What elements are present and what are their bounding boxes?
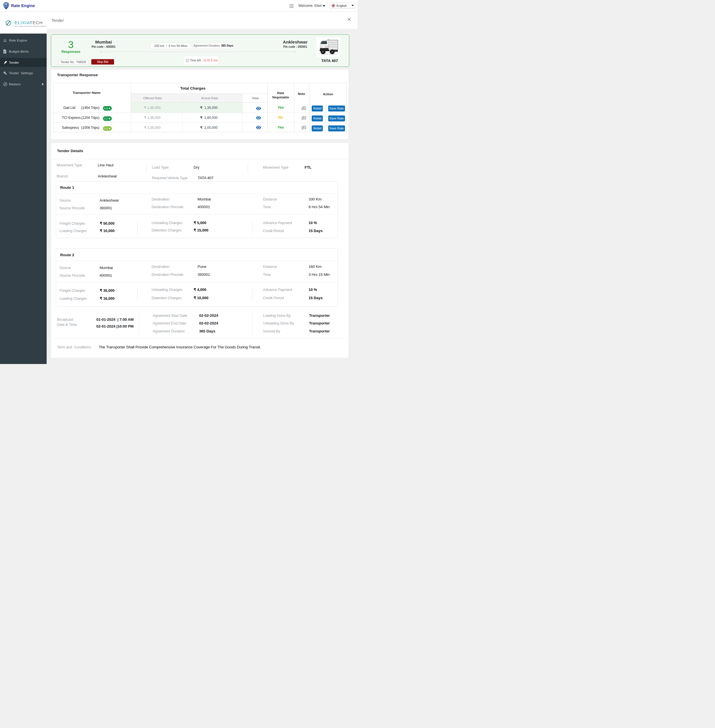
svg-text:₹: ₹	[5, 3, 7, 6]
svg-text:END TO END LOGISTICS AUTOMATIO: END TO END LOGISTICS AUTOMATION EXPERTS	[15, 26, 46, 27]
svg-text:ELIXIATECH: ELIXIATECH	[15, 20, 43, 25]
